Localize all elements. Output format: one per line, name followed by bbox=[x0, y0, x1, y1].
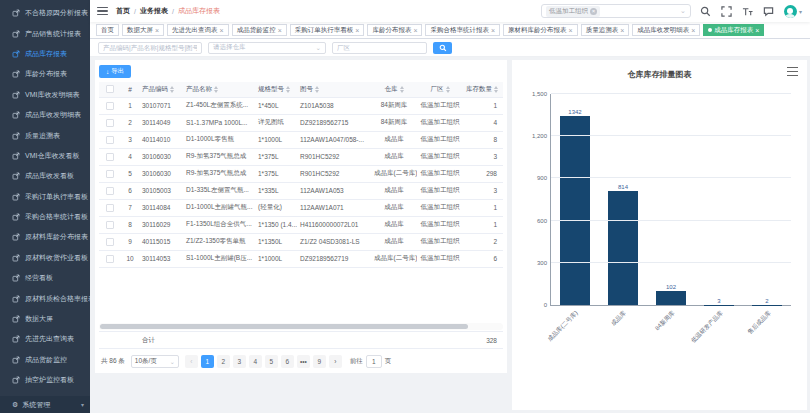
sidebar-item[interactable]: 成品库收发明细表 bbox=[0, 105, 90, 125]
row-checkbox[interactable] bbox=[106, 255, 114, 263]
tab-item[interactable]: 质量追溯表× bbox=[581, 24, 630, 36]
sidebar-item[interactable]: 原材料库龄分布报表 bbox=[0, 227, 90, 247]
row-checkbox[interactable] bbox=[106, 204, 114, 212]
tab-item[interactable]: 采购订单执行率看板× bbox=[290, 24, 365, 36]
column-header[interactable]: 厂区 bbox=[417, 82, 463, 97]
close-icon[interactable]: × bbox=[691, 27, 695, 34]
scrollbar-thumb[interactable] bbox=[100, 324, 468, 329]
sidebar-item[interactable]: 质量追溯表 bbox=[0, 125, 90, 145]
warehouse-select[interactable]: 请选择仓库 ⌄ bbox=[208, 42, 326, 54]
sidebar-item[interactable]: 成品货龄监控 bbox=[0, 350, 90, 370]
tab-item[interactable]: 首页 bbox=[96, 24, 119, 36]
bar[interactable] bbox=[608, 191, 638, 306]
close-icon[interactable]: × bbox=[569, 27, 573, 34]
page-button[interactable]: 6 bbox=[281, 355, 294, 368]
next-button[interactable]: › bbox=[329, 355, 342, 368]
row-checkbox[interactable] bbox=[106, 187, 114, 195]
goto-page-input[interactable] bbox=[366, 355, 382, 368]
sort-icon[interactable] bbox=[494, 86, 498, 93]
sidebar-item[interactable]: 库龄分布报表 bbox=[0, 64, 90, 84]
sidebar-item[interactable]: 不合格原因分析报表 bbox=[0, 3, 90, 23]
index-cell: 2 bbox=[121, 114, 139, 131]
sort-icon[interactable] bbox=[446, 86, 450, 93]
page-button[interactable]: 3 bbox=[233, 355, 246, 368]
row-checkbox[interactable] bbox=[106, 119, 114, 127]
column-header[interactable]: 仓库 bbox=[371, 82, 417, 97]
row-checkbox[interactable] bbox=[106, 170, 114, 178]
org-select[interactable]: 低温加工组织 × ⌄ bbox=[541, 4, 691, 18]
tab-item[interactable]: 先进先出查询表× bbox=[167, 24, 229, 36]
chart-menu-icon[interactable] bbox=[787, 67, 798, 76]
export-button[interactable]: ↓导出 bbox=[99, 65, 131, 78]
factory-input[interactable] bbox=[332, 42, 427, 54]
sidebar-item[interactable]: 采购订单执行率看板 bbox=[0, 187, 90, 207]
tab-active[interactable]: 成品库存报表× bbox=[703, 24, 764, 36]
close-icon[interactable]: × bbox=[491, 27, 495, 34]
tab-item[interactable]: 原材料库龄分布报表× bbox=[503, 24, 578, 36]
sort-icon[interactable] bbox=[315, 86, 319, 93]
sidebar-item[interactable]: 经营看板 bbox=[0, 268, 90, 288]
column-header[interactable]: 库存数量 bbox=[463, 82, 503, 97]
hamburger-icon[interactable] bbox=[97, 7, 108, 16]
breadcrumb-section[interactable]: 业务报表 bbox=[140, 6, 168, 16]
sidebar-item[interactable]: 采购合格率统计看板 bbox=[0, 207, 90, 227]
fullscreen-icon[interactable] bbox=[721, 5, 733, 17]
tab-item[interactable]: 成品库收发明细表× bbox=[632, 24, 700, 36]
font-size-icon[interactable] bbox=[742, 5, 754, 17]
prev-button[interactable]: ‹ bbox=[185, 355, 198, 368]
page-size-select[interactable]: 10条/页⌄ bbox=[131, 355, 179, 368]
tab-item[interactable]: 库龄分布报表× bbox=[367, 24, 422, 36]
sidebar-item-system-management[interactable]: ⚙ 系统管理 ▾ bbox=[0, 396, 90, 413]
keyword-input[interactable] bbox=[98, 42, 202, 54]
table-cell: (轻量化) bbox=[255, 199, 297, 216]
page-button[interactable]: 2 bbox=[217, 355, 230, 368]
close-icon[interactable]: × bbox=[413, 27, 417, 34]
breadcrumb-home[interactable]: 首页 bbox=[116, 6, 130, 16]
column-header[interactable]: 规格型号 bbox=[255, 82, 297, 97]
close-icon[interactable]: × bbox=[755, 27, 759, 34]
sort-icon[interactable] bbox=[286, 86, 290, 93]
close-icon[interactable]: × bbox=[278, 27, 282, 34]
bar[interactable] bbox=[656, 291, 686, 305]
user-menu[interactable]: ▾ bbox=[784, 5, 802, 18]
column-header[interactable]: 产品编码 bbox=[139, 82, 183, 97]
page-button[interactable]: 1 bbox=[201, 355, 214, 368]
row-checkbox[interactable] bbox=[106, 153, 114, 161]
row-checkbox[interactable] bbox=[106, 221, 114, 229]
sidebar-item[interactable]: 抽空炉监控看板 bbox=[0, 370, 90, 390]
close-icon[interactable]: × bbox=[355, 27, 359, 34]
sidebar-item[interactable]: 成品库收发看板 bbox=[0, 166, 90, 186]
sidebar-item[interactable]: 先进先出查询表 bbox=[0, 329, 90, 349]
close-icon[interactable]: × bbox=[620, 27, 624, 34]
row-checkbox[interactable] bbox=[106, 102, 114, 110]
page-button[interactable]: 5 bbox=[265, 355, 278, 368]
message-icon[interactable] bbox=[763, 5, 775, 17]
column-header[interactable]: 图号 bbox=[297, 82, 371, 97]
sidebar-item[interactable]: 产品销售统计报表 bbox=[0, 23, 90, 43]
sidebar-item[interactable]: 原材料收货作业看板 bbox=[0, 248, 90, 268]
bar[interactable] bbox=[560, 116, 590, 305]
sidebar-item[interactable]: 成品库存报表 bbox=[0, 44, 90, 64]
search-icon[interactable] bbox=[700, 5, 712, 17]
column-header[interactable]: 产品名称 bbox=[183, 82, 255, 97]
sidebar-item[interactable]: VMI仓库收发看板 bbox=[0, 146, 90, 166]
sort-icon[interactable] bbox=[170, 86, 174, 93]
row-checkbox[interactable] bbox=[106, 238, 114, 246]
row-checkbox[interactable] bbox=[106, 136, 114, 144]
search-button[interactable] bbox=[433, 42, 452, 54]
sidebar-item[interactable]: VMI库收发明细表 bbox=[0, 85, 90, 105]
select-all-checkbox[interactable] bbox=[106, 85, 114, 93]
page-button[interactable]: 4 bbox=[249, 355, 262, 368]
horizontal-scrollbar[interactable] bbox=[99, 323, 503, 330]
tab-item[interactable]: 数据大屏× bbox=[122, 24, 164, 36]
page-button[interactable]: 9 bbox=[313, 355, 326, 368]
tag-close-icon[interactable]: × bbox=[590, 8, 597, 15]
sidebar-item[interactable]: 原材料质检合格率报表 bbox=[0, 288, 90, 308]
sort-icon[interactable] bbox=[400, 86, 404, 93]
close-icon[interactable]: × bbox=[220, 27, 224, 34]
close-icon[interactable]: × bbox=[155, 27, 159, 34]
sort-icon[interactable] bbox=[214, 86, 218, 93]
tab-item[interactable]: 成品货龄监控× bbox=[232, 24, 287, 36]
sidebar-item[interactable]: 数据大屏 bbox=[0, 309, 90, 329]
tab-item[interactable]: 采购合格率统计报表× bbox=[425, 24, 500, 36]
